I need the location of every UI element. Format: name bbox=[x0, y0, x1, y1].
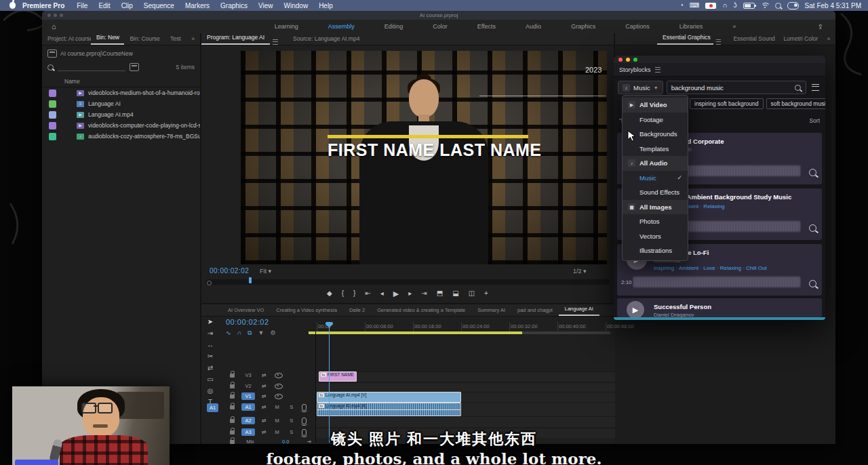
seq-tab-pad-chatgpt[interactable]: pad and chagpt bbox=[511, 305, 559, 316]
workspace-tab-effects[interactable]: Effects bbox=[462, 21, 511, 32]
extract-button[interactable]: ⬓ bbox=[452, 289, 458, 298]
razor-tool[interactable]: ✂ bbox=[208, 352, 213, 360]
timeline-marker-icon[interactable]: ▼ bbox=[258, 329, 264, 337]
app-menu[interactable]: Premiere Pro bbox=[16, 2, 71, 9]
linked-selection-icon[interactable]: ⧉ bbox=[248, 329, 252, 337]
close-icon[interactable] bbox=[618, 58, 623, 62]
workspace-tab-editing[interactable]: Editing bbox=[370, 21, 418, 32]
sequence-work-bar[interactable] bbox=[309, 331, 522, 334]
step-back-button[interactable]: ◂ bbox=[380, 289, 384, 298]
panel-menu-icon[interactable] bbox=[716, 39, 722, 45]
go-to-in-button[interactable]: ⇤ bbox=[365, 289, 370, 298]
sync-lock-icon[interactable]: ⇄ bbox=[262, 404, 267, 410]
seq-tab-dalle2[interactable]: Dalle 2 bbox=[343, 305, 371, 316]
waveform[interactable] bbox=[633, 277, 800, 287]
workspace-tab-learning[interactable]: Learning bbox=[260, 21, 313, 32]
mute-button[interactable]: M bbox=[274, 404, 281, 410]
screen-record-icon[interactable] bbox=[705, 3, 716, 9]
track-name-a1[interactable]: A1 bbox=[241, 403, 255, 411]
workspace-overflow-chevron[interactable]: » bbox=[717, 21, 751, 32]
result-artist[interactable]: Daniel Draganov bbox=[654, 312, 694, 317]
project-row-1[interactable]: ▶ videoblocks-medium-shot-of-a-humanoid-… bbox=[42, 87, 200, 98]
label-color-chip[interactable] bbox=[49, 89, 56, 97]
track-visibility-icon[interactable] bbox=[275, 373, 283, 378]
workspace-tab-libraries[interactable]: Libraries bbox=[665, 21, 718, 32]
search-icon[interactable] bbox=[795, 85, 801, 91]
audio-source-patch-a1[interactable]: A1 bbox=[207, 403, 218, 412]
timeline-settings-icon[interactable]: ⚙ bbox=[270, 329, 275, 337]
project-column-name-header[interactable]: Name bbox=[42, 75, 200, 87]
track-v3-bed[interactable] bbox=[316, 371, 615, 382]
program-playhead[interactable] bbox=[249, 277, 252, 283]
slip-tool[interactable]: ⇄ bbox=[208, 364, 213, 371]
dd-templates[interactable]: Templates bbox=[623, 142, 688, 157]
mark-out-button[interactable]: } bbox=[353, 289, 355, 298]
keyboard-icon[interactable]: ⌨ bbox=[690, 2, 699, 9]
label-color-chip[interactable] bbox=[49, 122, 56, 129]
dd-all-audio[interactable]: ♪All Audio bbox=[623, 156, 688, 171]
lock-icon[interactable] bbox=[230, 384, 235, 388]
window-traffic-lights[interactable] bbox=[47, 14, 63, 17]
tab-essential-graphics[interactable]: Essential Graphics bbox=[657, 32, 713, 45]
spotlight-icon[interactable] bbox=[775, 3, 781, 9]
track-a2-bed[interactable] bbox=[316, 416, 615, 427]
panel-menu-icon[interactable] bbox=[273, 39, 278, 45]
right-tabs-overflow[interactable]: » bbox=[822, 33, 835, 45]
seq-tab-creating-video[interactable]: Creating a Video synthesia bbox=[270, 305, 343, 316]
export-frame-button[interactable]: ◫ bbox=[469, 289, 475, 298]
program-scrubber[interactable] bbox=[205, 279, 610, 285]
voiceover-record-icon[interactable] bbox=[302, 404, 307, 411]
menu-help[interactable]: Help bbox=[313, 2, 338, 9]
chip-soft-background-music[interactable]: soft background music bbox=[766, 98, 825, 109]
project-row-5[interactable]: ♪ audioblocks-cozy-atmosphere-78-ms_BGSu… bbox=[42, 131, 200, 142]
find-similar-icon[interactable] bbox=[809, 278, 816, 290]
go-to-out-button[interactable]: ⇥ bbox=[421, 289, 427, 298]
project-row-4[interactable]: ▶ videoblocks-computer-code-playing-on-l… bbox=[42, 120, 200, 131]
dd-photos[interactable]: Photos bbox=[623, 214, 688, 229]
solo-button[interactable]: S bbox=[288, 418, 295, 424]
lock-icon[interactable] bbox=[230, 405, 235, 409]
sync-lock-icon[interactable]: ⇄ bbox=[262, 418, 267, 424]
track-select-tool[interactable]: ⇥ bbox=[208, 329, 213, 337]
storyblocks-search-box[interactable] bbox=[667, 81, 806, 94]
snap-icon[interactable]: ∩ bbox=[237, 329, 241, 337]
seq-tab-generated-video[interactable]: Generated video & creating a Template bbox=[371, 305, 471, 316]
menu-clip[interactable]: Clip bbox=[116, 2, 138, 9]
tab-storyblocks[interactable]: Storyblocks bbox=[619, 66, 651, 73]
menu-edit[interactable]: Edit bbox=[93, 2, 115, 9]
track-name-a2[interactable]: A2 bbox=[241, 417, 255, 424]
lift-button[interactable]: ⬒ bbox=[437, 289, 443, 298]
program-timecode[interactable]: 00:00:02:02 bbox=[210, 267, 249, 275]
lock-icon[interactable] bbox=[230, 395, 235, 399]
menu-window[interactable]: Window bbox=[279, 2, 314, 9]
sort-dropdown[interactable]: Sort bbox=[809, 117, 820, 124]
result-row-4[interactable]: ▶ Successful Person Daniel Draganov bbox=[617, 298, 822, 317]
mark-in-button[interactable]: { bbox=[342, 289, 344, 298]
graphic-clip-first-name[interactable]: fxFIRST NAME bbox=[319, 371, 357, 382]
hand-tool[interactable]: ◎ bbox=[208, 387, 214, 395]
timeline-ruler[interactable]: 00:00 00:00:08:00 00:00:16:00 00:00:24:0… bbox=[303, 322, 615, 331]
workspace-tab-color[interactable]: Color bbox=[418, 21, 462, 32]
nest-toggle-icon[interactable]: ∿ bbox=[226, 329, 231, 337]
menu-markers[interactable]: Markers bbox=[180, 2, 215, 9]
label-color-chip[interactable] bbox=[49, 100, 56, 108]
tab-source-language-ai[interactable]: Source: Language AI.mp4 bbox=[288, 33, 365, 45]
track-name-v3[interactable]: V3 bbox=[241, 372, 255, 378]
storyblocks-search-input[interactable] bbox=[671, 84, 791, 92]
find-similar-icon[interactable] bbox=[809, 167, 816, 179]
zoom-fit-dropdown[interactable]: Fit ▾ bbox=[260, 268, 271, 275]
tab-bin-new[interactable]: Bin: New bbox=[91, 32, 124, 45]
tab-essential-sound[interactable]: Essential Sound bbox=[728, 33, 778, 45]
track-name-v2[interactable]: V2 bbox=[241, 383, 255, 389]
dd-sound-effects[interactable]: Sound Effects bbox=[623, 185, 688, 200]
scrubber-start-knob[interactable] bbox=[207, 281, 212, 285]
window-titlebar[interactable]: AI course.prproj bbox=[42, 11, 835, 20]
lock-icon[interactable] bbox=[230, 419, 235, 423]
dd-vectors[interactable]: Vectors bbox=[623, 229, 688, 244]
storyblocks-titlebar[interactable] bbox=[614, 56, 825, 63]
playback-resolution-dropdown[interactable]: 1/2 ▾ bbox=[573, 268, 587, 275]
seq-tab-ai-overview[interactable]: AI Overview VO bbox=[222, 305, 270, 316]
control-center-icon[interactable] bbox=[787, 2, 799, 9]
timeline-timecode[interactable]: 00:00:02:02 bbox=[226, 318, 269, 326]
label-color-chip[interactable] bbox=[49, 133, 56, 140]
